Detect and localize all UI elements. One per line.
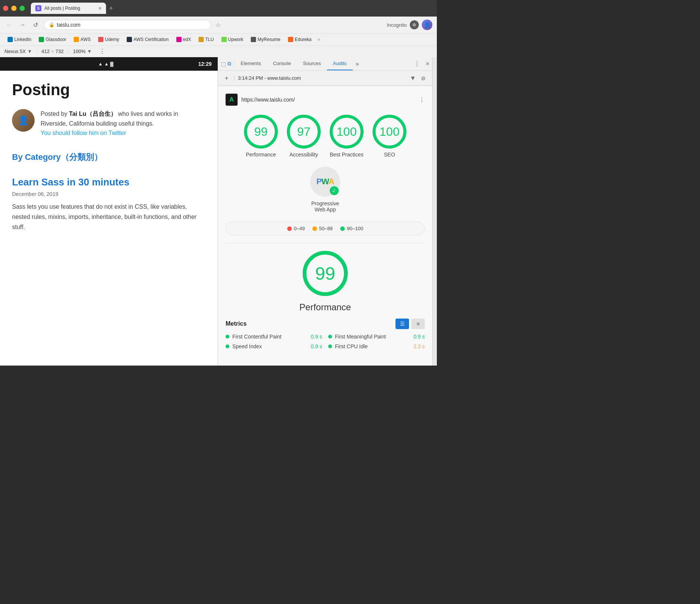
traffic-light-red[interactable] [3, 6, 8, 11]
address-bar: ← → ↺ 🔒 taislu.com ☆ Incognito ⚙ 👤 [0, 17, 437, 33]
bookmark-linkedin[interactable]: LinkedIn [5, 36, 34, 43]
bookmark-aws[interactable]: AWS [71, 36, 94, 43]
score-performance: 99 Performance [244, 115, 278, 158]
lock-icon: 🔒 [49, 22, 55, 27]
bookmark-aws-cert[interactable]: AWS Certification [124, 36, 172, 43]
device-selector[interactable]: Nexus 5X ▼ [0, 49, 37, 54]
inspect-icon[interactable]: ⬚ [221, 61, 226, 67]
metric-row-1: Speed Index 0.9 s First CPU Idle 2.3 s [226, 343, 425, 349]
control-icon[interactable]: ⚙ [410, 20, 419, 29]
metric-col-left-0: First Contentful Paint 0.9 s [226, 334, 322, 340]
tab-audits[interactable]: Audits [327, 57, 353, 70]
pwa-letter-a: A [329, 177, 334, 186]
pwa-letter-p: P [316, 177, 321, 186]
metrics-header: Metrics ☰ ≡ [226, 319, 425, 329]
score-value-accessibility: 97 [297, 125, 311, 139]
score-circle-seo: 100 [373, 115, 406, 149]
tab-console[interactable]: Console [267, 57, 297, 70]
audit-toolbar: + | 3:14:24 PM - www.taislu.com ▼ ⊘ [218, 71, 432, 86]
audit-timestamp: 3:14:24 PM - www.taislu.com [238, 75, 407, 81]
devtools-close-button[interactable]: × [423, 61, 432, 67]
tab-close-button[interactable]: × [98, 6, 102, 11]
forward-button[interactable]: → [18, 21, 27, 29]
traffic-light-yellow[interactable] [11, 6, 17, 11]
metrics-chart-view-button[interactable]: ≡ [411, 319, 425, 329]
bookmark-glassdoor[interactable]: Glassdoor [36, 36, 69, 43]
twitter-follow-link[interactable]: You should follow him on Twitter [41, 130, 126, 136]
performance-title: Performance [226, 302, 425, 313]
audit-separator: | [233, 75, 235, 81]
traffic-light-green[interactable] [20, 6, 25, 11]
legend-item-poor: 0–49 [287, 226, 305, 231]
page-content-area[interactable]: Posting 👤 Posted by Tai Lu（吕台生） who live… [0, 71, 218, 366]
glassdoor-icon [39, 37, 44, 42]
metric-dot-3 [328, 344, 332, 348]
bookmark-edx[interactable]: edX [173, 36, 194, 43]
score-value-performance: 99 [254, 125, 268, 139]
audit-site-kebab-icon[interactable]: ⋮ [419, 96, 425, 103]
profile-icon[interactable]: 👤 [422, 20, 432, 30]
back-button[interactable]: ← [5, 21, 14, 29]
pwa-checkmark-icon: ✓ [330, 186, 339, 195]
tab-elements[interactable]: Elements [235, 57, 267, 70]
metric-name-3: First CPU Idle [335, 343, 411, 349]
devtools-tabs: ⬚ ⧉ Elements Console Sources Audits » ⋮ [218, 57, 432, 71]
score-value-seo: 100 [379, 125, 399, 139]
device-status-bar: ▲ ▲ ▓ 12:29 [0, 57, 218, 71]
score-circle-accessibility: 97 [287, 115, 321, 149]
audit-plus-button[interactable]: + [223, 74, 230, 82]
bookmark-udemy[interactable]: Udemy [95, 36, 122, 43]
page-title: Posting [12, 81, 206, 99]
bookmark-edureka[interactable]: Edureka [285, 36, 315, 43]
new-tab-button[interactable]: + [106, 5, 116, 12]
score-accessibility: 97 Accessibility [287, 115, 321, 158]
metric-name-2: Speed Index [232, 343, 308, 349]
bookmark-star-button[interactable]: ☆ [215, 21, 221, 29]
metric-col-left-1: Speed Index 0.9 s [226, 343, 322, 349]
pwa-label: ProgressiveWeb App [311, 200, 339, 212]
devtools-tabs-more-button[interactable]: » [353, 61, 362, 67]
metrics-toggle: ☰ ≡ [395, 319, 425, 329]
toolbar-kebab-icon[interactable]: ⋮ [96, 48, 108, 55]
audit-block-button[interactable]: ⊘ [419, 74, 428, 83]
bookmark-myresume[interactable]: MyResume [248, 36, 283, 43]
device-icon[interactable]: ⧉ [227, 61, 231, 67]
audit-content[interactable]: A https://www.taislu.com/ ⋮ 99 Performan… [218, 86, 432, 366]
devtools-scrollbar[interactable] [432, 57, 437, 366]
viewport-width: 412 [41, 49, 50, 54]
zoom-chevron-icon: ▼ [87, 49, 92, 54]
url-input[interactable]: 🔒 taislu.com [44, 20, 211, 30]
metric-row-0: First Contentful Paint 0.9 s First Meani… [226, 334, 425, 340]
metrics-list-view-button[interactable]: ☰ [395, 319, 409, 329]
bookmark-upwork[interactable]: Upwork [218, 36, 247, 43]
browser-tab[interactable]: S All posts | Posting × [31, 3, 106, 14]
legend-dot-green [340, 226, 345, 231]
bookmark-tlu[interactable]: TLU [195, 36, 217, 43]
legend-range-good: 90–100 [347, 226, 363, 231]
bookmarks-more-button[interactable]: » [318, 37, 320, 42]
post-title-link[interactable]: Learn Sass in 30 minutes [12, 176, 206, 188]
tab-sources[interactable]: Sources [297, 57, 327, 70]
category-link[interactable]: By Category（分類別） [12, 152, 206, 163]
category-link-text: By Category（分類別） [12, 152, 102, 162]
linkedin-icon [8, 37, 13, 42]
audit-chevron-icon[interactable]: ▼ [410, 75, 416, 82]
performance-detail-section: 99 Performance Metrics ☰ ≡ First [226, 243, 425, 349]
legend-item-average: 50–89 [312, 226, 333, 231]
status-time: 12:29 [198, 61, 212, 67]
zoom-selector[interactable]: 100% ▼ [68, 49, 96, 54]
edureka-icon [288, 37, 293, 42]
post-date: December 06, 2019 [12, 191, 206, 197]
tlu-icon [198, 37, 204, 42]
reload-button[interactable]: ↺ [32, 21, 39, 29]
devtools-kebab-icon[interactable]: ⋮ [411, 60, 423, 67]
score-label-seo: SEO [384, 152, 395, 158]
edx-icon [176, 37, 182, 42]
bookmark-label: Edureka [295, 37, 312, 42]
viewport-height: 732 [56, 49, 64, 54]
wifi-icon: ▲ [98, 61, 103, 67]
zoom-level: 100% [73, 49, 85, 54]
bookmark-label: Glassdoor [45, 37, 66, 42]
score-legend: 0–49 50–89 90–100 [226, 222, 425, 235]
myresume-icon [251, 37, 256, 42]
